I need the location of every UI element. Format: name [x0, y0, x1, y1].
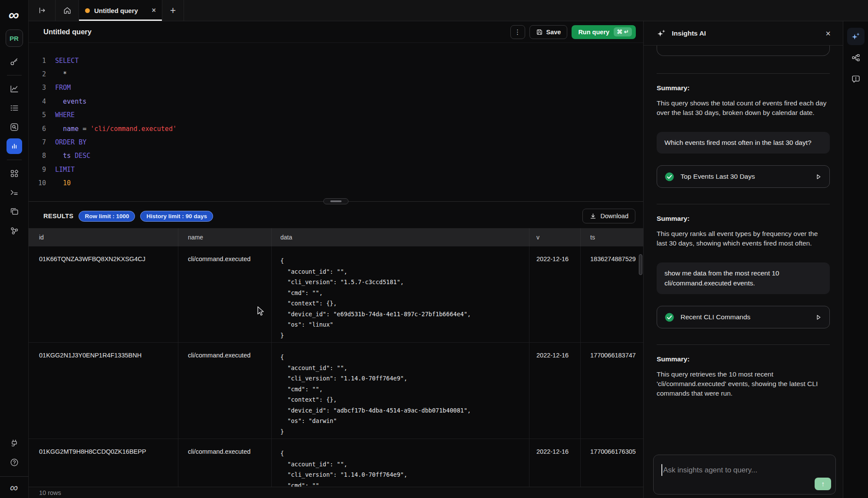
- check-circle-icon: [664, 172, 674, 182]
- text-caret: [661, 464, 662, 476]
- nav-integrations[interactable]: [7, 223, 22, 239]
- save-label: Save: [546, 29, 561, 36]
- results-status-bar: 10 rows: [29, 487, 643, 498]
- code-text: SELECT: [55, 57, 79, 65]
- column-header-data[interactable]: data: [271, 228, 529, 246]
- play-icon: [815, 173, 822, 180]
- line-number: 9: [29, 166, 46, 174]
- schema-tree-tab-button[interactable]: [847, 49, 865, 66]
- column-header-v[interactable]: v: [529, 228, 580, 246]
- history-limit-badge[interactable]: History limit : 90 days: [140, 211, 213, 222]
- run-shortcut-badge: ⌘ ↵: [614, 27, 632, 36]
- line-number: 5: [29, 111, 46, 119]
- help-icon: [10, 458, 19, 467]
- cell-v: 2022-12-16: [529, 343, 580, 439]
- user-message-bubble: show me data from the most recent 10 cli…: [657, 262, 830, 294]
- cell-ts: 1836274887529: [580, 246, 643, 342]
- code-text: events: [55, 98, 86, 105]
- insights-ai-tab-button[interactable]: [847, 28, 865, 45]
- code-line: 9LIMIT: [29, 163, 643, 176]
- cell-id: 01K66TQNZA3WFBQ8XN2KXSG4CJ: [29, 246, 178, 342]
- user-message-bubble: Which events fired most often in the las…: [657, 132, 830, 154]
- row-count: 10 rows: [39, 489, 61, 496]
- cell-name: cli/command.executed: [178, 439, 271, 487]
- code-text: 10: [55, 179, 71, 187]
- column-header-name[interactable]: name: [178, 228, 271, 246]
- line-number: 7: [29, 138, 46, 146]
- line-number: 8: [29, 152, 46, 160]
- table-row[interactable]: 01KGG2MT9H8H8CCDQ0ZK16BEPPcli/command.ex…: [29, 439, 643, 487]
- table-scrollbar-thumb[interactable]: [639, 254, 642, 275]
- code-text: ORDER BY: [55, 138, 86, 146]
- nav-events[interactable]: [7, 100, 22, 116]
- nav-query[interactable]: [7, 138, 22, 154]
- sparkles-icon: [657, 29, 666, 38]
- insights-input-placeholder: Ask insights agent to query...: [663, 466, 757, 474]
- run-query-label: Run query: [578, 29, 609, 36]
- code-line: 3FROM: [29, 81, 643, 95]
- results-label: RESULTS: [43, 213, 73, 220]
- cell-data: { "account_id": "", "cli_version": "1.14…: [271, 343, 529, 439]
- table-row[interactable]: 01KGG2N1J3Y0ENP1R4F1335BNHcli/command.ex…: [29, 343, 643, 439]
- plug-icon: [10, 439, 19, 448]
- line-number: 3: [29, 84, 46, 92]
- more-options-button[interactable]: ⋮: [510, 25, 525, 39]
- query-header: Untitled query ⋮ Save Run query: [29, 21, 643, 43]
- feedback-tab-button[interactable]: [847, 70, 865, 88]
- close-tab-icon[interactable]: ×: [152, 7, 156, 14]
- insights-input[interactable]: Ask insights agent to query... ↑: [653, 455, 836, 495]
- nav-api-keys[interactable]: [7, 54, 22, 69]
- nav-plugins[interactable]: [7, 436, 22, 451]
- query-card-label: Recent CLI Commands: [681, 313, 750, 321]
- run-card-button[interactable]: [815, 314, 822, 321]
- splitter-drag-handle[interactable]: [323, 198, 349, 204]
- table-row[interactable]: 01K66TQNZA3WFBQ8XN2KXSG4CJcli/command.ex…: [29, 246, 643, 343]
- app-logo-small-icon: ∞: [9, 481, 19, 495]
- nav-charts[interactable]: [7, 81, 22, 97]
- key-icon: [10, 57, 19, 66]
- workspace-avatar[interactable]: PR: [6, 29, 23, 47]
- save-button[interactable]: Save: [529, 25, 568, 39]
- cell-id: 01KGG2N1J3Y0ENP1R4F1335BNH: [29, 343, 178, 439]
- code-line: 4 events: [29, 95, 643, 108]
- line-number: 4: [29, 98, 46, 105]
- summary-heading: Summary:: [657, 84, 830, 92]
- pane-splitter: [29, 199, 643, 204]
- help-button[interactable]: [7, 455, 22, 470]
- expand-sidebar-button[interactable]: [29, 0, 56, 21]
- close-insights-button[interactable]: ×: [823, 29, 833, 38]
- cell-v: 2022-12-16: [529, 246, 580, 342]
- row-limit-badge[interactable]: Row limit : 1000: [79, 211, 135, 222]
- insights-header: Insights AI ×: [644, 21, 843, 46]
- cell-name: cli/command.executed: [178, 246, 271, 342]
- sql-editor[interactable]: 1SELECT2 *3FROM4 events5WHERE6 name = 'c…: [29, 43, 643, 199]
- home-button[interactable]: [56, 0, 79, 21]
- run-card-button[interactable]: [815, 173, 822, 180]
- send-button[interactable]: ↑: [815, 478, 831, 490]
- tree-icon: [851, 53, 861, 62]
- code-text: FROM: [55, 84, 71, 92]
- new-tab-button[interactable]: +: [162, 0, 184, 21]
- code-line: 6 name = 'cli/command.executed': [29, 122, 643, 135]
- nav-terminal[interactable]: [7, 185, 22, 200]
- column-header-id[interactable]: id: [29, 228, 178, 246]
- column-header-ts[interactable]: ts: [580, 228, 643, 246]
- suggested-query-card[interactable]: Top Events Last 30 Days: [657, 165, 830, 188]
- table-header-row: idnamedatavts: [29, 228, 643, 246]
- line-number: 1: [29, 57, 46, 65]
- right-rail: [843, 21, 868, 498]
- nav-apps[interactable]: [7, 166, 22, 181]
- app-root: ∞ PR: [0, 0, 868, 498]
- terminal-icon: [10, 188, 19, 197]
- check-circle: [664, 172, 674, 182]
- summary-text: This query ranks all event types by freq…: [657, 229, 830, 248]
- download-button[interactable]: Download: [582, 209, 636, 223]
- run-query-button[interactable]: Run query ⌘ ↵: [572, 25, 636, 39]
- nav-explore[interactable]: [7, 119, 22, 135]
- tab-untitled-query[interactable]: Untitled query ×: [79, 0, 162, 21]
- cmd-key-icon: ⌘: [617, 29, 622, 35]
- play-icon: [815, 314, 822, 321]
- nav-sessions[interactable]: [7, 204, 22, 220]
- suggested-query-card[interactable]: Recent CLI Commands: [657, 306, 830, 328]
- line-number: 6: [29, 125, 46, 133]
